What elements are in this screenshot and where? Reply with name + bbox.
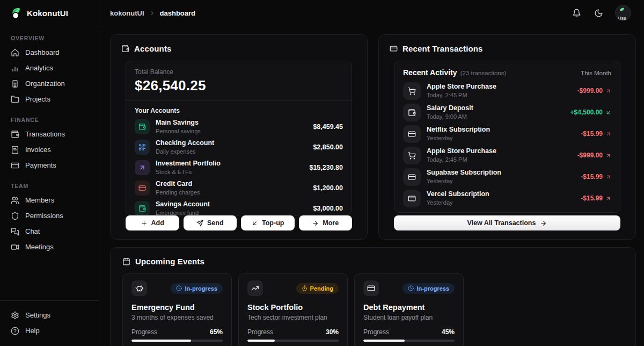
credit-card-icon [138, 184, 146, 192]
transaction-time: Yesterday [427, 199, 575, 206]
account-row-main-savings[interactable]: Main SavingsPersonal savings$8,459.45 [135, 117, 343, 137]
account-actions: AddSendTop-upMore [126, 215, 352, 230]
account-row-investment-portfolio[interactable]: Investment PortfolioStock & ETFs$15,230.… [135, 157, 343, 178]
event-card-stock-portfolio[interactable]: PendingStock PortfolioTech sector invest… [238, 273, 348, 346]
transaction-row-supabase-subscription[interactable]: Supabase SubscriptionYesterday-$15.99 [403, 166, 611, 188]
wallet-icon [11, 130, 19, 139]
events-row: In-progressEmergency Fund3 months of exp… [122, 273, 624, 346]
credit-card-icon [408, 173, 416, 181]
activity-count: (23 transactions) [460, 70, 507, 76]
sidebar-section-overview: OVERVIEWDashboardAnalyticsOrganizationPr… [6, 35, 92, 107]
sidebar-item-label: Permissions [25, 212, 63, 220]
transaction-amount-value: -$15.99 [581, 173, 603, 181]
progress-bar [247, 340, 339, 342]
transaction-amount-value: -$15.99 [581, 194, 603, 202]
sidebar-section-team: TEAMMembersPermissionsChatMeetings [6, 183, 92, 255]
total-balance-value: $26,540.25 [135, 77, 343, 94]
wallet-icon [408, 109, 416, 117]
transaction-row-salary-deposit[interactable]: Salary DepositToday, 9:00 AM+$4,500.00 [403, 102, 611, 123]
transaction-row-apple-store-purchase[interactable]: Apple Store PurchaseToday, 2:45 PM-$999.… [403, 80, 611, 102]
account-row-checking-account[interactable]: Checking AccountDaily expenses$2,850.00 [135, 137, 343, 157]
arrow-up-right-icon [138, 164, 146, 171]
trending-up-icon [251, 284, 259, 292]
status-badge-label: Pending [310, 285, 333, 292]
add-button[interactable]: Add [126, 215, 179, 230]
sidebar-item-help[interactable]: Help [6, 323, 92, 338]
transaction-amount: +$4,500.00 [570, 109, 611, 116]
event-card-debt-repayment[interactable]: In-progressDebt RepaymentStudent loan pa… [354, 273, 464, 346]
sidebar-item-members[interactable]: Members [6, 192, 92, 208]
account-row-credit-card[interactable]: Credit CardPending charges$1,200.00 [135, 178, 343, 198]
account-row-savings-account[interactable]: Savings AccountEmergency fund$3,000.00 [135, 198, 343, 215]
sidebar-item-dashboard[interactable]: Dashboard [6, 45, 92, 60]
sidebar-item-label: Organization [25, 80, 65, 88]
credit-card-icon [390, 45, 398, 53]
progress-percentage: 65% [210, 328, 223, 336]
sidebar-item-invoices[interactable]: Invoices [6, 142, 92, 157]
transaction-time: Yesterday [427, 134, 575, 142]
shield-icon [11, 212, 19, 220]
credit-card-icon [11, 161, 19, 170]
transactions-title: Recent Transactions [402, 44, 483, 53]
chat-icon [11, 227, 19, 236]
progress-label: Progress [363, 328, 389, 336]
sidebar-item-meetings[interactable]: Meetings [6, 239, 92, 255]
sidebar-item-chat[interactable]: Chat [6, 224, 92, 239]
progress-bar-fill [131, 340, 191, 342]
transaction-row-apple-store-purchase[interactable]: Apple Store PurchaseToday, 2:45 PM-$999.… [403, 145, 611, 166]
accounts-list: Your Accounts Main SavingsPersonal savin… [126, 101, 352, 215]
credit-card-icon [408, 194, 416, 203]
moon-icon [594, 9, 603, 18]
sidebar-item-permissions[interactable]: Permissions [6, 208, 92, 224]
transaction-row-netflix-subscription[interactable]: Netflix SubscriptionYesterday-$15.99 [403, 123, 611, 145]
upcoming-events-card: Upcoming Events In-progressEmergency Fun… [110, 247, 636, 346]
sidebar-item-label: Chat [25, 227, 40, 235]
arrow-right-icon [540, 220, 547, 227]
transaction-amount: -$15.99 [581, 130, 611, 138]
logo[interactable]: KokonutUI [0, 0, 99, 26]
notifications-button[interactable] [571, 8, 582, 19]
sidebar-item-label: Settings [25, 311, 50, 319]
bar-chart-icon [11, 64, 19, 73]
sidebar-item-label: Meetings [25, 243, 54, 251]
action-button-label: Send [207, 219, 224, 227]
sidebar-item-settings[interactable]: Settings [6, 307, 92, 323]
event-subtitle: 3 months of expenses saved [131, 314, 223, 321]
sidebar-item-analytics[interactable]: Analytics [6, 60, 92, 76]
transaction-row-vercel-subscription[interactable]: Vercel SubscriptionYesterday-$15.99 [403, 188, 611, 209]
sidebar-item-label: Invoices [25, 146, 51, 154]
top-up-button[interactable]: Top-up [241, 215, 295, 230]
send-button[interactable]: Send [184, 215, 237, 230]
status-badge-label: In-progress [185, 285, 217, 292]
sidebar: KokonutUI OVERVIEWDashboardAnalyticsOrga… [0, 0, 99, 346]
sidebar-item-transactions[interactable]: Transactions [6, 126, 92, 142]
settings-icon [11, 311, 19, 320]
video-icon [11, 243, 19, 251]
event-card-emergency-fund[interactable]: In-progressEmergency Fund3 months of exp… [122, 273, 232, 346]
more-button[interactable]: More [299, 215, 353, 230]
arrow-up-right-icon [605, 88, 611, 94]
transaction-amount-value: -$999.00 [577, 87, 603, 95]
sidebar-item-projects[interactable]: Projects [6, 91, 92, 107]
avatar-alt-text: Use [618, 16, 626, 21]
wallet-icon [138, 205, 146, 212]
user-avatar[interactable]: Use [615, 5, 631, 21]
accounts-card-header: Accounts [121, 44, 352, 53]
transactions-panel-header: Recent Activity (23 transactions) This M… [403, 68, 611, 77]
building-icon [11, 80, 19, 88]
transaction-amount: -$999.00 [577, 87, 611, 95]
progress-bar-fill [247, 340, 275, 342]
transactions-card-header: Recent Transactions [390, 44, 620, 53]
account-name: Main Savings [156, 119, 307, 127]
timer-icon [302, 285, 308, 291]
theme-toggle-button[interactable] [593, 8, 604, 19]
view-all-label: View All Transactions [467, 219, 536, 227]
cart-icon [408, 87, 416, 95]
breadcrumb-page[interactable]: dashboard [160, 9, 195, 17]
sidebar-item-organization[interactable]: Organization [6, 76, 92, 91]
transaction-amount-value: +$4,500.00 [570, 109, 603, 116]
breadcrumb-app[interactable]: kokonutUI [110, 9, 144, 17]
sidebar-item-payments[interactable]: Payments [6, 157, 92, 173]
action-button-label: More [323, 219, 339, 227]
view-all-transactions-button[interactable]: View All Transactions [394, 215, 620, 230]
